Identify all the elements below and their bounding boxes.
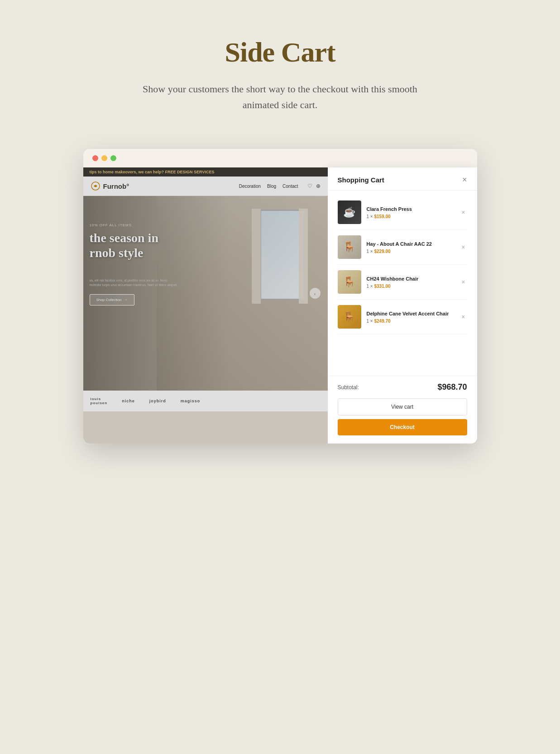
page-title: Side Cart: [225, 36, 335, 68]
cart-item-image-4: [338, 305, 361, 329]
site-hero: 10% OFF ALL ITEMS the season in rnob sty…: [83, 196, 328, 391]
cart-panel: Shopping Cart × Clara French Press 1 × $: [328, 167, 477, 444]
brand-magisso: magisso: [181, 399, 201, 403]
site-icons: ♡ ⊕: [307, 183, 321, 190]
page-wrapper: Side Cart Show your customers the short …: [0, 0, 560, 489]
nav-contact[interactable]: Contact: [282, 184, 298, 189]
cart-icon[interactable]: ⊕: [316, 183, 321, 190]
view-cart-button[interactable]: View cart: [338, 398, 467, 415]
hero-text-area: 10% OFF ALL ITEMS the season in rnob sty…: [90, 223, 180, 305]
arrow-icon: ›: [314, 291, 316, 296]
cart-item-details-2: Hay - About A Chair AAC 22 1 × $229.00: [367, 241, 455, 253]
browser-dot-yellow: [101, 155, 107, 161]
logo-text: Furnob°: [103, 182, 129, 190]
velvet-chair-image: [338, 305, 361, 329]
brand-louis-poulsen: louispoulsen: [91, 397, 108, 405]
cart-title: Shopping Cart: [338, 176, 384, 184]
cart-item-price-3: $331.00: [374, 284, 390, 289]
hero-heading: the season in rnob style: [90, 231, 180, 260]
cart-item-image-3: [338, 270, 361, 294]
browser-dot-red: [92, 155, 98, 161]
hero-heading-line1: the season in: [90, 231, 158, 245]
cart-header: Shopping Cart ×: [328, 167, 477, 191]
checkout-button[interactable]: Checkout: [338, 419, 467, 435]
site-brands: louispoulsen NICHE JOYBIRD magisso: [83, 391, 328, 411]
cart-item-remove-1[interactable]: ×: [459, 208, 467, 217]
logo-icon: [91, 181, 101, 191]
browser-content: tips to home makeovers, we can help? FRE…: [83, 167, 477, 444]
cart-item-image-1: [338, 200, 361, 224]
shop-btn-label: Shop Collection: [96, 298, 122, 302]
cart-item-remove-2[interactable]: ×: [459, 243, 467, 252]
cart-item-qty-price-4: 1 × $249.70: [367, 319, 455, 324]
cart-item-name-4: Delphine Cane Velvet Accent Chair: [367, 310, 455, 317]
site-topbar: tips to home makeovers, we can help? FRE…: [83, 167, 328, 177]
cart-item-details-3: CH24 Wishbone Chair 1 × $331.00: [367, 276, 455, 288]
cart-item-qty-price-2: 1 × $229.00: [367, 249, 455, 254]
site-nav-links: Decoration Blog Contact: [239, 184, 298, 189]
site-navbar: Furnob° Decoration Blog Contact ♡ ⊕: [83, 177, 328, 196]
cart-item-name-2: Hay - About A Chair AAC 22: [367, 241, 455, 247]
shop-collection-button[interactable]: Shop Collection →: [90, 294, 134, 305]
hero-next-arrow[interactable]: ›: [310, 288, 321, 299]
browser-dot-green: [110, 155, 116, 161]
cart-item-details-4: Delphine Cane Velvet Accent Chair 1 × $2…: [367, 310, 455, 323]
browser-toolbar: [83, 149, 477, 167]
cart-item-qty-price-1: 1 × $159.00: [367, 214, 455, 219]
subtotal-label: Subtotal:: [338, 384, 359, 391]
cart-subtotal: Subtotal: $968.70: [338, 382, 467, 392]
cart-item-remove-4[interactable]: ×: [459, 312, 467, 321]
topbar-cta: FREE DESIGN SERVICES: [165, 170, 215, 174]
website-panel: tips to home makeovers, we can help? FRE…: [83, 167, 328, 444]
cart-item-qty-price-3: 1 × $331.00: [367, 284, 455, 289]
subtotal-value: $968.70: [437, 382, 467, 392]
browser-mockup: tips to home makeovers, we can help? FRE…: [83, 149, 477, 444]
cart-item-price-2: $229.00: [374, 249, 390, 254]
nav-blog[interactable]: Blog: [267, 184, 276, 189]
site-logo: Furnob°: [91, 181, 129, 191]
nav-decoration[interactable]: Decoration: [239, 184, 261, 189]
cart-item-remove-3[interactable]: ×: [459, 277, 467, 286]
cart-item-price-4: $249.70: [374, 319, 390, 324]
wishlist-icon[interactable]: ♡: [307, 183, 312, 190]
cart-footer: Subtotal: $968.70 View cart Checkout: [328, 376, 477, 444]
brand-niche: NICHE: [122, 399, 135, 403]
page-subtitle: Show your customers the short way to the…: [140, 81, 421, 113]
cart-item: Delphine Cane Velvet Accent Chair 1 × $2…: [338, 300, 467, 334]
cart-close-button[interactable]: ×: [462, 176, 467, 184]
french-press-image: [338, 200, 361, 224]
shop-btn-arrow: →: [124, 298, 128, 302]
cart-item: Clara French Press 1 × $159.00 ×: [338, 195, 467, 230]
hay-chair-image: [338, 235, 361, 259]
hero-heading-line2: rnob style: [90, 246, 144, 260]
cart-item-price-1: $159.00: [374, 214, 390, 219]
brand-joybird: JOYBIRD: [149, 399, 166, 403]
cart-items-list: Clara French Press 1 × $159.00 ×: [328, 191, 477, 376]
cart-item-image-2: [338, 235, 361, 259]
cart-item-name-3: CH24 Wishbone Chair: [367, 276, 455, 282]
hero-body-text: us, elit nisi facilisis urns, at porttit…: [90, 278, 180, 288]
cart-item: CH24 Wishbone Chair 1 × $331.00 ×: [338, 265, 467, 300]
wishbone-chair-image: [338, 270, 361, 294]
cart-item-details-1: Clara French Press 1 × $159.00: [367, 206, 455, 219]
hero-badge: 10% OFF ALL ITEMS: [90, 223, 180, 227]
topbar-text: tips to home makeovers, we can help?: [90, 170, 164, 174]
cart-item-name-1: Clara French Press: [367, 206, 455, 212]
cart-item: Hay - About A Chair AAC 22 1 × $229.00 ×: [338, 230, 467, 265]
